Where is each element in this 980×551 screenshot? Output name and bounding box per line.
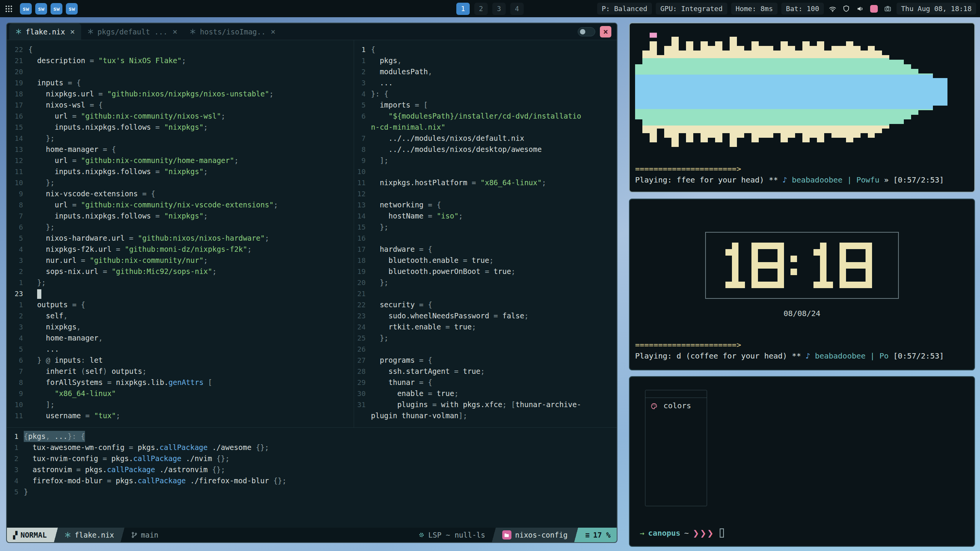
line-number: 17 — [7, 99, 28, 111]
code-text: "${modulesPath}/installer/cd-dvd/install… — [371, 111, 581, 122]
mode-label: NORMAL — [20, 531, 47, 539]
prompt-host: canopus — [648, 528, 680, 538]
fetch-row: colors — [645, 401, 707, 412]
tag-sw[interactable]: sw — [20, 3, 32, 15]
code-line: 11 username = "tux"; — [7, 410, 354, 421]
tag-sw[interactable]: sw — [51, 3, 62, 15]
file-name: flake.nix — [75, 531, 114, 539]
tab-flake-nix[interactable]: flake.nix× — [9, 23, 81, 40]
code-line: 17 nixos-wsl = { — [7, 99, 354, 111]
line-number: 14 — [7, 133, 28, 144]
line-number: 8 — [7, 377, 28, 388]
line-number: 16 — [7, 111, 28, 122]
pane-iso-image[interactable]: 1{1 pkgs,2 modulesPath,3 ...4}: {5 impor… — [354, 40, 617, 427]
line-number: 16 — [354, 233, 371, 244]
wifi-icon[interactable] — [828, 4, 838, 14]
close-window-button[interactable]: × — [600, 26, 611, 37]
tab-pkgs-default-[interactable]: pkgs/default ...× — [81, 23, 184, 40]
mode-icon: ▞ — [13, 531, 17, 539]
code-line: 25 }; — [354, 333, 617, 344]
line-number: 26 — [354, 344, 371, 355]
code-text: tux-awesome-wm-config = pkgs.callPackage… — [24, 442, 269, 453]
clock: Thu Aug 08, 18:18 — [897, 3, 976, 15]
tab-label: pkgs/default ... — [98, 28, 168, 36]
workspace-1[interactable]: 1 — [456, 3, 470, 15]
status-segment: GPU: Integrated — [656, 3, 727, 15]
code-line: 4}: { — [354, 88, 617, 99]
wave-column — [831, 39, 839, 145]
lsp-status: LSP ~ null-ls — [413, 531, 491, 539]
code-text: inputs.nixpkgs.follows = "nixpkgs"; — [28, 166, 208, 177]
code-line: 5 ... — [7, 344, 354, 355]
launcher-grid-icon[interactable] — [4, 4, 14, 14]
statusline-separator — [53, 528, 59, 542]
wave-column — [744, 39, 751, 145]
color-swatch-icon[interactable] — [869, 4, 879, 14]
code-line: 19 bluetooth.powerOnBoot = true; — [354, 266, 617, 277]
code-line: 6 "${modulesPath}/installer/cd-dvd/insta… — [354, 111, 617, 122]
code-text: plugins = with pkgs.xfce; [thunar-archiv… — [371, 399, 581, 410]
wave-column — [781, 39, 788, 145]
code-line: 18 bluetooth.enable = true; — [354, 255, 617, 266]
folder-icon — [502, 530, 511, 540]
line-number: 24 — [354, 321, 371, 333]
code-text: home-manager = { — [28, 144, 116, 155]
progress-value: 17 % — [593, 531, 611, 539]
code-text: rtkit.enable = true; — [371, 321, 476, 333]
line-number: 10 — [354, 166, 371, 177]
line-number: 1 — [354, 44, 371, 55]
tab-hosts-isoimag-[interactable]: hosts/isoImag..× — [183, 23, 281, 40]
code-text: {pkgs, ...}: { — [24, 431, 85, 442]
code-text: tux-nvim-config = pkgs.callPackage ./nvi… — [24, 453, 230, 464]
nix-snowflake-icon — [64, 531, 71, 538]
wave-column — [904, 39, 911, 145]
code-text: username = "tux"; — [28, 410, 120, 421]
code-line: 12 url = "github:nix-community/home-mana… — [7, 155, 354, 166]
pane-flake-nix[interactable]: 22{21 description = "tux's NixOS Flake";… — [7, 40, 354, 427]
git-branch-icon — [131, 531, 138, 538]
line-number: 20 — [354, 277, 371, 288]
code-text: bluetooth.enable = true; — [371, 255, 493, 266]
project-name: nixos-config — [515, 531, 568, 539]
code-line: 15 }; — [354, 222, 617, 233]
wave-column — [650, 39, 657, 145]
tag-sw[interactable]: sw — [66, 3, 78, 15]
statusline-separator — [119, 528, 126, 542]
wave-column — [686, 39, 693, 145]
shield-icon[interactable] — [841, 4, 851, 14]
track-progress-bar: ======================> — [635, 164, 741, 173]
camera-icon[interactable] — [883, 4, 893, 14]
code-text: }; — [28, 177, 55, 188]
code-line: 22{ — [7, 44, 354, 55]
code-text: ssh.startAgent = true; — [371, 366, 485, 377]
line-number: 7 — [354, 133, 371, 144]
workspace-3[interactable]: 3 — [492, 3, 506, 15]
volume-icon[interactable] — [855, 4, 865, 14]
code-line: 16 url = "github:nix-community/nixos-wsl… — [7, 111, 354, 122]
workspace-4[interactable]: 4 — [510, 3, 524, 15]
pane-pkgs-default[interactable]: 1{pkgs, ...}: {1 tux-awesome-wm-config =… — [7, 428, 617, 528]
toggle-button[interactable] — [578, 27, 595, 36]
block-cursor — [37, 289, 41, 299]
tab-close-icon[interactable]: × — [70, 27, 75, 36]
tab-list: flake.nix×pkgs/default ...×hosts/isoImag… — [9, 23, 282, 40]
tab-close-icon[interactable]: × — [173, 27, 178, 36]
tag-sw[interactable]: sw — [35, 3, 47, 15]
status-segment: Bat: 100 — [781, 3, 824, 15]
line-number — [354, 410, 371, 421]
clock-terminal[interactable]: 08/08/24 ======================> Playing… — [629, 199, 975, 370]
list-icon: ≡ — [585, 531, 590, 539]
visualizer-terminal[interactable]: ======================> Playing: ffee fo… — [629, 23, 975, 192]
line-number: 15 — [7, 122, 28, 133]
line-number: 3 — [7, 321, 28, 333]
shell-prompt[interactable]: → canopus ~ ❯❯❯ — [636, 528, 724, 538]
line-number: 1 — [7, 277, 28, 288]
tab-close-icon[interactable]: × — [271, 27, 276, 36]
workspace-2[interactable]: 2 — [474, 3, 488, 15]
line-number: 5 — [7, 486, 24, 497]
code-line: 21 description = "tux's NixOS Flake"; — [7, 55, 354, 66]
code-text: forAllSystems = nixpkgs.lib.genAttrs [ — [28, 377, 212, 388]
line-number: 14 — [354, 210, 371, 222]
fetch-terminal[interactable]: colors → canopus ~ ❯❯❯ — [629, 376, 975, 547]
tabbar-actions: × — [578, 26, 614, 37]
